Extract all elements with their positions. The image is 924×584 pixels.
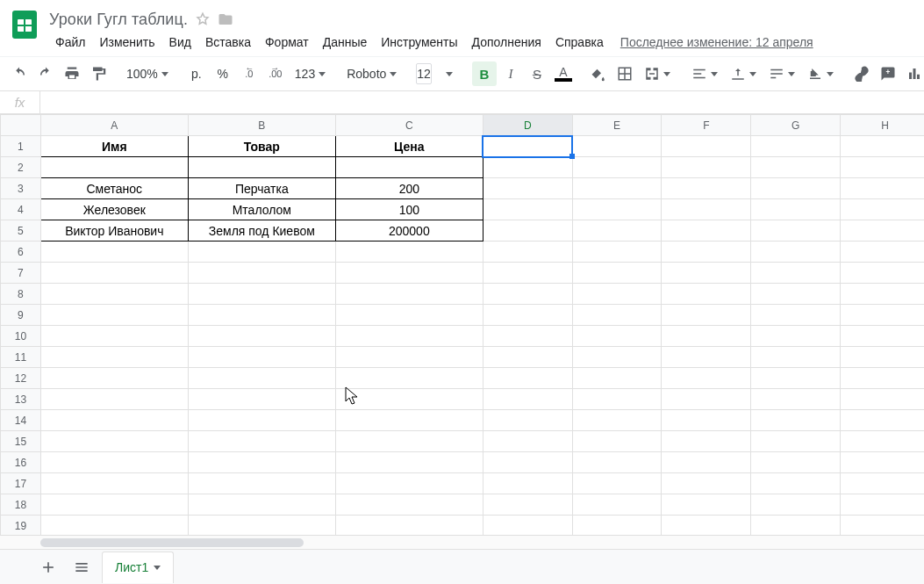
font-size-box[interactable]: 12: [416, 63, 432, 84]
strike-button[interactable]: S: [525, 61, 549, 86]
cell[interactable]: [483, 389, 572, 410]
cell[interactable]: [572, 136, 662, 157]
cell[interactable]: [40, 368, 188, 389]
cell[interactable]: [751, 410, 841, 431]
cell[interactable]: [662, 368, 751, 389]
cell[interactable]: [483, 157, 572, 178]
cell[interactable]: [572, 516, 662, 537]
cell[interactable]: [662, 157, 751, 178]
cell[interactable]: [188, 410, 335, 431]
menu-view[interactable]: Вид: [163, 33, 197, 51]
cell[interactable]: [335, 305, 483, 326]
cell[interactable]: [841, 220, 924, 242]
cell[interactable]: [841, 136, 924, 157]
zoom-dropdown[interactable]: 100%: [121, 61, 174, 86]
row-header[interactable]: 19: [1, 516, 41, 537]
cell[interactable]: [841, 305, 924, 326]
cell[interactable]: [572, 452, 662, 473]
cell[interactable]: [335, 263, 483, 284]
italic-button[interactable]: I: [498, 61, 523, 86]
cell[interactable]: [662, 263, 751, 284]
cell[interactable]: [40, 157, 188, 178]
currency-button[interactable]: р.: [184, 61, 209, 86]
cell[interactable]: [662, 494, 751, 516]
merge-cells-button[interactable]: [639, 61, 676, 86]
cell[interactable]: [335, 347, 483, 368]
cell[interactable]: [841, 263, 924, 284]
sheet-tab-1[interactable]: Лист1: [102, 552, 174, 583]
all-sheets-button[interactable]: [68, 554, 95, 580]
increase-decimal-button[interactable]: .00→: [263, 61, 288, 86]
cell[interactable]: [335, 452, 483, 473]
cell[interactable]: [188, 516, 335, 537]
cell[interactable]: [841, 242, 924, 263]
cell[interactable]: [751, 347, 841, 368]
cell[interactable]: [572, 347, 662, 368]
cell[interactable]: [188, 431, 335, 452]
cell[interactable]: [483, 516, 572, 537]
borders-button[interactable]: [612, 61, 637, 86]
cell[interactable]: [483, 178, 572, 199]
chart-button[interactable]: [902, 61, 924, 86]
cell[interactable]: [841, 326, 924, 347]
h-scrollbar[interactable]: [0, 535, 924, 549]
cell[interactable]: [751, 452, 841, 473]
cell[interactable]: [841, 368, 924, 389]
fill-color-button[interactable]: [586, 61, 611, 86]
cell[interactable]: Товар: [188, 136, 335, 157]
cell[interactable]: [751, 263, 841, 284]
star-icon[interactable]: [195, 11, 211, 27]
cell[interactable]: [40, 263, 188, 284]
print-button[interactable]: [60, 61, 84, 86]
cell[interactable]: [40, 473, 188, 494]
cell[interactable]: Мталолом: [188, 199, 335, 220]
cell[interactable]: 200: [335, 178, 483, 199]
cell[interactable]: [483, 220, 572, 242]
row-header[interactable]: 18: [1, 494, 41, 516]
cell[interactable]: [572, 284, 662, 305]
cell[interactable]: [572, 220, 662, 242]
row-header[interactable]: 1: [1, 136, 41, 157]
cell[interactable]: [188, 368, 335, 389]
cell[interactable]: [335, 389, 483, 410]
decrease-decimal-button[interactable]: .0←: [237, 61, 261, 86]
cell[interactable]: Виктор Иванович: [40, 220, 188, 242]
cell[interactable]: [841, 389, 924, 410]
cell[interactable]: [40, 242, 188, 263]
row-header[interactable]: 8: [1, 284, 41, 305]
row-header[interactable]: 5: [1, 220, 41, 242]
comment-button[interactable]: +: [876, 61, 900, 86]
cell[interactable]: [335, 431, 483, 452]
cell[interactable]: Перчатка: [188, 178, 335, 199]
menu-data[interactable]: Данные: [317, 33, 374, 51]
cell[interactable]: [40, 284, 188, 305]
cell[interactable]: [483, 199, 572, 220]
cell[interactable]: [572, 494, 662, 516]
row-header[interactable]: 7: [1, 263, 41, 284]
cell[interactable]: [483, 326, 572, 347]
cell[interactable]: [572, 178, 662, 199]
row-header[interactable]: 15: [1, 431, 41, 452]
cell[interactable]: [662, 326, 751, 347]
row-header[interactable]: 6: [1, 242, 41, 263]
cell[interactable]: [662, 199, 751, 220]
cell[interactable]: [188, 389, 335, 410]
column-header-H[interactable]: H: [841, 115, 924, 136]
v-align-button[interactable]: [725, 61, 762, 86]
cell[interactable]: [188, 347, 335, 368]
cell[interactable]: [841, 284, 924, 305]
cell[interactable]: [751, 473, 841, 494]
cell[interactable]: [662, 136, 751, 157]
cell[interactable]: [483, 136, 572, 157]
cell[interactable]: [841, 431, 924, 452]
percent-button[interactable]: %: [211, 61, 235, 86]
cell[interactable]: [572, 473, 662, 494]
text-color-button[interactable]: A: [551, 61, 576, 86]
cell[interactable]: [841, 410, 924, 431]
row-header[interactable]: 9: [1, 305, 41, 326]
bold-button[interactable]: B: [472, 61, 497, 86]
cell[interactable]: [751, 178, 841, 199]
cell[interactable]: [662, 452, 751, 473]
cell[interactable]: [335, 516, 483, 537]
cell[interactable]: [572, 389, 662, 410]
